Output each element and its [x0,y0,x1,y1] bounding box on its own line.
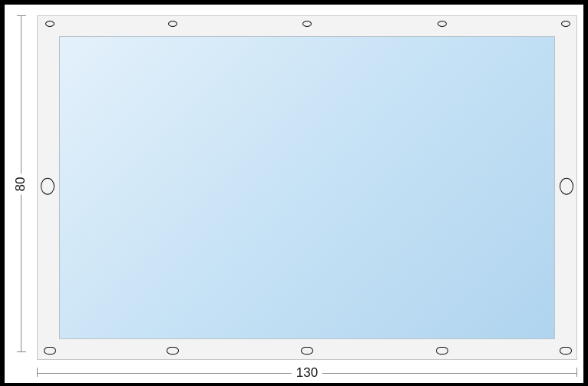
dim-tick-bottom [17,351,26,352]
mount-hole-bottom [44,347,56,355]
horizontal-dimension: 130 [37,368,577,378]
mount-hole-bottom [301,347,313,355]
mount-hole-top [168,21,177,27]
mount-hole-side-left [41,177,55,194]
mount-hole-bottom [560,347,572,355]
mount-hole-side-right [560,177,573,194]
height-value: 80 [13,173,28,194]
mount-hole-bottom [436,347,448,355]
projection-surface [59,36,555,339]
dim-tick-left [37,368,38,377]
dim-tick-top [17,15,26,16]
vertical-dimension: 80 [15,15,26,352]
mount-hole-top [561,21,570,27]
mount-hole-top [438,21,447,27]
dim-tick-right [576,368,577,377]
projector-screen-panel [37,15,577,360]
drawing-canvas: 80 130 [5,5,583,383]
mount-hole-bottom [167,347,179,355]
width-value: 130 [292,365,322,381]
mount-hole-top [302,21,312,27]
mount-hole-top [45,21,55,27]
drawing-frame: 80 130 [0,0,588,386]
